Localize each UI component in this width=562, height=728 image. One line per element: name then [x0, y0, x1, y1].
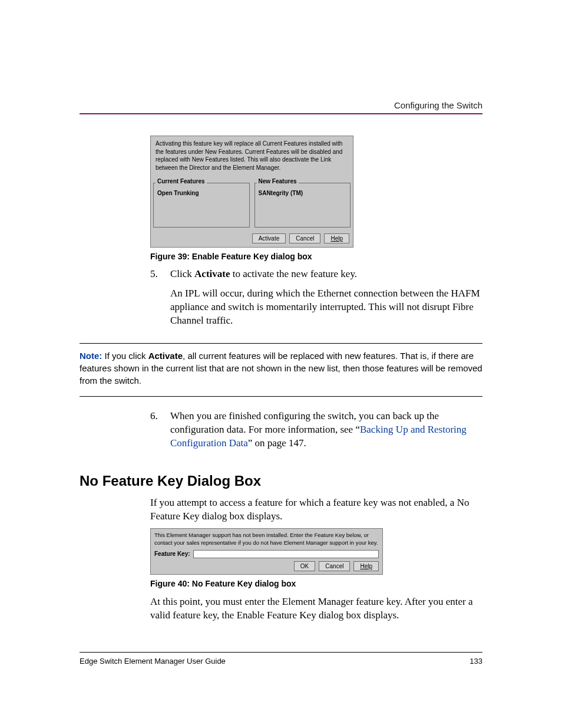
help-button[interactable]: Help: [353, 561, 379, 571]
step-6-text-b: ” on page 147.: [248, 437, 306, 449]
footer-rule: [80, 652, 482, 653]
feature-key-label: Feature Key:: [154, 550, 190, 558]
step-6: 6. When you are finished configuring the…: [150, 410, 482, 456]
section-heading-no-feature-key: No Feature Key Dialog Box: [80, 472, 482, 490]
figure-40-caption: Figure 40: No Feature Key dialog box: [150, 578, 482, 589]
note-label: Note:: [80, 351, 105, 361]
note-strong: Activate: [148, 351, 183, 361]
no-feature-dialog-message: This Element Manager support has not bee…: [154, 532, 379, 547]
header-rule: [80, 113, 482, 114]
step-5: 5. Click Activate to activate the new fe…: [150, 268, 482, 334]
current-features-label: Current Features: [156, 177, 207, 186]
feature-key-input[interactable]: [193, 550, 379, 558]
figure-39-caption: Figure 39: Enable Feature Key dialog box: [150, 251, 482, 262]
footer-guide-title: Edge Switch Element Manager User Guide: [80, 657, 226, 666]
no-feature-key-dialog: This Element Manager support has not bee…: [150, 528, 383, 575]
page-number: 133: [470, 657, 482, 666]
note-divider-bottom: [80, 396, 482, 397]
step-5-paragraph-2: An IPL will occur, during which the Ethe…: [170, 287, 482, 328]
closing-paragraph: At this point, you must enter the Elemen…: [150, 595, 482, 622]
note-divider-top: [80, 343, 482, 344]
note-text-a: If you click: [105, 351, 148, 361]
step-5-strong: Activate: [194, 268, 230, 279]
cancel-button[interactable]: Cancel: [319, 561, 350, 571]
activate-button[interactable]: Activate: [252, 233, 286, 243]
ok-button[interactable]: OK: [294, 561, 315, 571]
no-feature-intro: If you attempt to access a feature for w…: [150, 496, 482, 523]
note-block: Note: If you click Activate, all current…: [80, 350, 482, 387]
step-5-text-a: Click: [170, 268, 194, 279]
current-features-list: Open Trunking: [153, 183, 250, 228]
step-5-text-c: to activate the new feature key.: [230, 268, 358, 279]
help-button[interactable]: Help: [324, 233, 349, 243]
dialog-warning-text: Activating this feature key will replace…: [151, 136, 353, 176]
running-header: Configuring the Switch: [394, 100, 482, 110]
current-feature-item: Open Trunking: [157, 190, 199, 196]
cancel-button[interactable]: Cancel: [289, 233, 320, 243]
page-content: Activating this feature key will replace…: [150, 136, 482, 622]
enable-feature-key-dialog: Activating this feature key will replace…: [150, 136, 353, 248]
new-features-label: New Features: [257, 177, 299, 186]
new-feature-item: SANtegrity (TM): [259, 190, 303, 196]
step-number: 5.: [150, 268, 162, 334]
step-number: 6.: [150, 410, 162, 456]
new-features-list: SANtegrity (TM): [254, 183, 351, 228]
